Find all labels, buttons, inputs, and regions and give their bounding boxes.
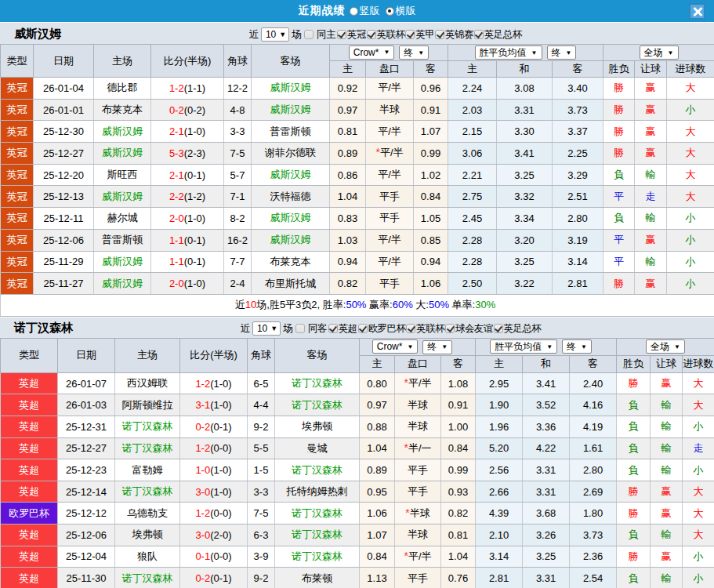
avg-away: 2.25 (553, 143, 603, 165)
league-checkbox[interactable] (435, 30, 444, 39)
close-button[interactable] (689, 3, 705, 20)
result-handicap: 赢 (651, 481, 683, 503)
avg-away: 2.80 (553, 208, 603, 230)
league-checkbox[interactable] (358, 324, 368, 333)
match-row: 英冠25-12-20斯旺西2-1(0-1)5-7威斯汉姆0.86平/半1.022… (1, 164, 714, 186)
league-checkbox[interactable] (494, 324, 503, 333)
avg-select[interactable]: 胜平负均值▼ (475, 45, 542, 60)
summary-row: 近10场,胜5平3负2, 胜率:50% 赢率:60% 大:50% 单率:30% (1, 294, 714, 316)
vertical-layout-radio[interactable] (350, 7, 358, 16)
sub-column-header: 客 (441, 355, 476, 372)
match-row: 英冠25-12-27威斯汉姆5-3(2-3)7-5谢菲尔德联0.89*平/半0.… (1, 143, 714, 165)
summary-segment: 10 (245, 299, 256, 310)
full-time-score: 1-2 (195, 378, 210, 390)
league-checkbox[interactable] (405, 30, 415, 39)
league-checkbox-label: 英锦赛 (445, 28, 473, 42)
match-date: 25-12-27 (58, 437, 115, 459)
half-time-score: (1-2) (184, 191, 205, 202)
handicap-cell: 平手 (395, 459, 441, 481)
score-cell: 3-0(2-0) (180, 524, 248, 546)
chevron-down-icon: ▼ (441, 343, 448, 350)
horizontal-layout-radio[interactable] (386, 7, 394, 16)
full-time-score: 5-3 (169, 147, 184, 159)
match-date: 25-12-06 (34, 229, 94, 251)
half-time-score: (1-0) (210, 378, 231, 390)
away-odds: 0.94 (414, 251, 448, 273)
handicap-cell: 平手 (366, 208, 414, 230)
league-checkbox[interactable] (328, 324, 338, 333)
corner-cell: 7-5 (248, 503, 275, 524)
league-checkbox[interactable] (445, 324, 455, 333)
avg-away: 1.61 (570, 437, 617, 459)
sub-column-header: 主 (448, 61, 497, 78)
home-team: 赫尔城 (94, 208, 151, 230)
avg-state-select[interactable]: 终▼ (547, 45, 577, 60)
odds-source-select[interactable]: Crow*▼ (349, 45, 395, 60)
corner-cell: 2-4 (224, 273, 252, 295)
avg-draw: 3.31 (523, 459, 570, 481)
corner-cell: 7-7 (224, 251, 252, 273)
avg-away: 3.37 (553, 121, 603, 143)
league-checkbox[interactable] (474, 30, 484, 39)
avg-draw: 3.32 (497, 186, 553, 208)
league-type-cell: 英超 (1, 459, 58, 481)
away-odds: 0.96 (414, 78, 448, 100)
away-odds: 0.99 (441, 459, 476, 481)
score-cell: 0-2(0-1) (180, 416, 248, 438)
sub-column-header: 让球 (635, 61, 667, 78)
result-outcome: 負 (617, 568, 651, 588)
vertical-layout-option: 竖版 (350, 4, 380, 18)
avg-away: 2.36 (570, 546, 617, 568)
match-date: 26-01-07 (58, 372, 115, 394)
full-time-score: 0-2 (195, 421, 210, 433)
same-venue-checkbox[interactable] (304, 30, 314, 39)
league-checkbox[interactable] (406, 324, 415, 333)
scope-select[interactable]: 全场▼ (646, 339, 685, 354)
half-time-score: (1-1) (184, 82, 205, 94)
home-odds: 0.92 (330, 78, 366, 100)
odds-source-select[interactable]: Crow*▼ (372, 339, 419, 354)
scope-group: 全场▼ (603, 45, 714, 61)
recent-count-select[interactable]: 10▼ (261, 27, 289, 42)
match-row: 英冠26-01-04德比郡1-2(1-1)12-2威斯汉姆0.92平/半0.96… (1, 78, 714, 100)
full-time-score: 2-1 (169, 125, 184, 137)
team-name: 威斯汉姆 (14, 27, 61, 42)
handicap-cell: 平/半 (366, 121, 414, 143)
away-team: 布莱顿 (275, 568, 360, 588)
horizontal-layout-label: 横版 (396, 4, 416, 18)
league-checkbox[interactable] (337, 30, 346, 39)
result-outcome: 平 (603, 251, 635, 273)
away-odds: 0.84 (441, 437, 476, 459)
handicap-cell: 平/半 (366, 229, 414, 251)
avg-draw: 3.20 (497, 229, 553, 251)
handicap-cell: *半球 (395, 503, 441, 524)
avg-select[interactable]: 胜平负均值▼ (490, 339, 557, 354)
chevron-down-icon: ▼ (383, 49, 390, 56)
match-date: 25-12-20 (34, 164, 94, 186)
scope-select[interactable]: 全场▼ (640, 45, 679, 60)
column-header: 类型 (1, 45, 34, 78)
away-team: 威斯汉姆 (252, 229, 330, 251)
same-venue-checkbox[interactable] (295, 324, 305, 333)
league-type-cell: 英超 (1, 524, 58, 546)
score-cell: 1-0(1-0) (180, 459, 248, 481)
handicap-value: 半球 (408, 399, 428, 411)
sub-column-header: 主 (330, 61, 366, 78)
odds-state-select[interactable]: 终▼ (422, 340, 452, 354)
away-team: 诺丁汉森林 (275, 546, 360, 568)
home-odds: 0.89 (330, 143, 366, 165)
result-handicap: 赢 (635, 78, 667, 100)
handicap-value: 平/半 (408, 377, 432, 389)
result-handicap: 輸 (651, 437, 683, 459)
handicap-cell: *平/半 (395, 546, 441, 568)
handicap-value: 半球 (379, 103, 400, 115)
recent-count-select[interactable]: 10▼ (252, 321, 281, 336)
league-type-cell: 英冠 (1, 78, 34, 100)
result-outcome: 勝 (617, 372, 651, 394)
avg-state-select[interactable]: 终▼ (562, 339, 592, 354)
league-checkbox[interactable] (367, 30, 376, 39)
handicap-cell: 平手 (366, 273, 414, 295)
avg-away: 3.73 (570, 524, 617, 546)
home-odds: 0.81 (330, 121, 366, 143)
odds-state-select[interactable]: 终▼ (399, 45, 429, 60)
